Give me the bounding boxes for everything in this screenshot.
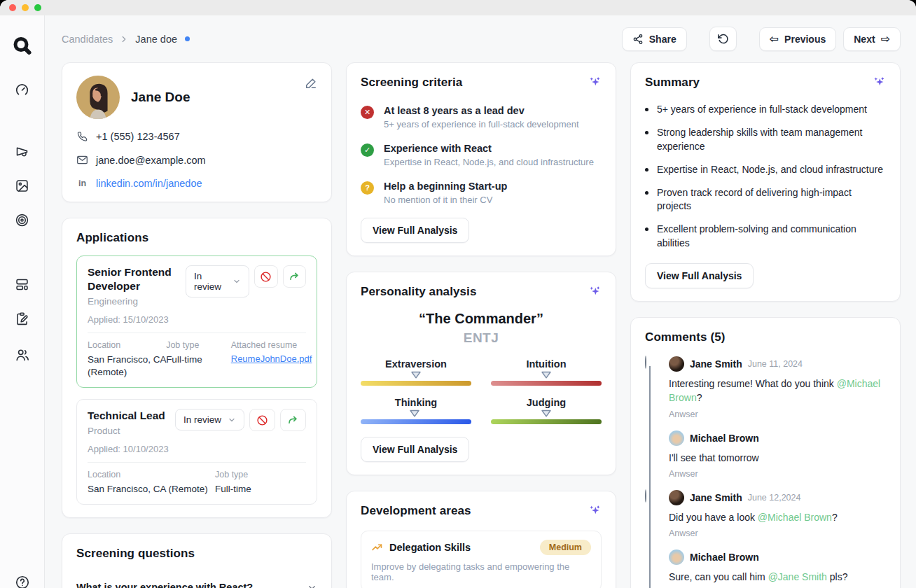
edit-pencil-icon[interactable]	[305, 77, 317, 92]
minimize-window-button[interactable]	[22, 4, 29, 11]
comment-author: Jane Smith	[690, 358, 742, 370]
comment: Jane Smith June 11, 2024 Interesting res…	[645, 356, 886, 420]
view-full-analysis-button[interactable]: View Full Analysis	[361, 218, 469, 243]
reject-button[interactable]	[249, 409, 275, 431]
trait-thinking: Thinking	[361, 397, 471, 424]
check-icon: ✓	[361, 144, 374, 157]
profile-card: Jane Doe +1 (555) 123-4567	[62, 62, 332, 202]
ban-icon	[256, 414, 268, 426]
clipboard-edit-icon[interactable]	[10, 306, 35, 331]
summary-bullet: Proven track record of delivering high-i…	[645, 186, 886, 214]
development-area-description: Improve by delegating tasks and empoweri…	[371, 561, 591, 582]
email-row: jane.doe@example.com	[76, 154, 317, 166]
app-logo-icon[interactable]	[10, 34, 35, 59]
image-icon[interactable]	[10, 173, 35, 198]
zoom-window-button[interactable]	[34, 4, 41, 11]
app-window: Candidates Jane doe Share	[0, 0, 916, 588]
ai-sparkle-icon[interactable]	[588, 76, 602, 92]
forward-arrow-icon	[289, 271, 300, 283]
personality-card: Personality analysis “The Commander” ENT…	[346, 272, 616, 475]
bullet-dot	[645, 168, 648, 172]
mention-link[interactable]: @Jane Smith	[768, 571, 827, 582]
development-area-title: Delegation Skills	[389, 542, 534, 553]
status-dropdown[interactable]: In review	[186, 265, 249, 298]
screening-criteria-card: Screening criteria ✕ At least 8 years as…	[346, 62, 616, 256]
help-icon[interactable]	[10, 570, 35, 588]
layout-panels-icon[interactable]	[10, 272, 35, 297]
ai-sparkle-icon[interactable]	[588, 285, 602, 301]
location-value: San Francisco, CA (Remote)	[88, 354, 166, 379]
megaphone-icon[interactable]	[10, 139, 35, 164]
trait-marker[interactable]	[541, 410, 552, 417]
status-dropdown[interactable]: In review	[175, 409, 244, 430]
screening-question-row[interactable]: What is your experience with React?	[76, 582, 317, 588]
mention-link[interactable]: @Michael Brown	[758, 512, 832, 523]
share-button[interactable]: Share	[622, 27, 687, 51]
linkedin-icon: in	[76, 178, 88, 188]
users-icon[interactable]	[10, 342, 35, 368]
comment-text: I'll see that tomorrow	[669, 451, 886, 465]
breadcrumb-current: Jane doe	[135, 34, 177, 45]
criterion-item: ✓ Experience with React Expertise in Rea…	[361, 143, 602, 167]
application-department: Product	[88, 426, 165, 436]
trait-marker[interactable]	[541, 371, 552, 379]
summary-bullet: Expertise in React, Node.js, and cloud i…	[645, 163, 886, 177]
view-full-analysis-button[interactable]: View Full Analysis	[361, 437, 469, 462]
share-icon	[632, 34, 644, 45]
trending-up-icon	[371, 542, 383, 554]
criterion-item: ✕ At least 8 years as a lead dev 5+ year…	[361, 105, 602, 130]
advance-button[interactable]	[280, 409, 306, 431]
resume-link[interactable]: ReumeJohnDoe.pdf	[231, 354, 312, 364]
advance-button[interactable]	[283, 265, 306, 288]
ai-sparkle-icon[interactable]	[873, 76, 886, 92]
avatar	[669, 430, 684, 446]
location-label: Location	[88, 470, 215, 479]
personality-title: Personality analysis	[361, 285, 476, 299]
criterion-title: Help a beginning Start-up	[384, 181, 507, 192]
application-department: Engineering	[88, 296, 180, 307]
linkedin-link[interactable]: linkedin.com/in/janedoe	[96, 178, 202, 189]
criterion-title: At least 8 years as a lead dev	[384, 105, 579, 116]
criterion-subtitle: 5+ years of experience in full-stack dev…	[384, 119, 579, 130]
comment-text: Did you have a look @Michael Brown?	[669, 510, 886, 524]
next-label: Next	[854, 34, 875, 45]
refresh-button[interactable]	[709, 27, 737, 51]
reject-button[interactable]	[254, 265, 277, 288]
trait-intuition: Intuition	[491, 358, 602, 386]
breadcrumb-candidates-link[interactable]: Candidates	[62, 34, 113, 45]
close-window-button[interactable]	[9, 4, 16, 11]
previous-button[interactable]: ⇦ Previous	[759, 27, 837, 51]
answer-link[interactable]: Anwser	[669, 528, 698, 538]
comment-text: Interesting resume! What do you think @M…	[669, 377, 886, 405]
trait-marker[interactable]	[411, 371, 422, 379]
comments-title: Comments (5)	[645, 330, 886, 344]
linkedin-row: in linkedin.com/in/janedoe	[76, 178, 317, 189]
avatar	[669, 356, 684, 372]
rotate-ccw-icon	[717, 33, 729, 45]
development-areas-card: Development areas	[346, 491, 616, 588]
candidate-phone: +1 (555) 123-4567	[96, 131, 180, 142]
ban-icon	[260, 271, 272, 283]
next-button[interactable]: Next ⇨	[843, 27, 901, 51]
share-label: Share	[649, 34, 676, 45]
job-type-value: Full-time	[166, 354, 231, 366]
trait-label: Intuition	[491, 358, 602, 370]
application-item: Technical Lead Product In review	[76, 399, 317, 505]
job-type-label: Job type	[215, 470, 306, 479]
avatar	[669, 490, 684, 505]
target-icon[interactable]	[10, 207, 35, 232]
phone-icon	[76, 131, 88, 142]
screening-question-text: What is your experience with React?	[76, 582, 253, 588]
mail-icon	[76, 154, 88, 166]
answer-link[interactable]: Anwser	[669, 410, 698, 419]
gauge-icon[interactable]	[10, 77, 35, 102]
answer-link[interactable]: Anwser	[669, 469, 698, 479]
ai-sparkle-icon[interactable]	[588, 504, 602, 520]
question-mark-icon: ?	[361, 181, 374, 195]
chevron-right-icon	[119, 34, 129, 44]
chevron-down-icon	[228, 416, 236, 424]
trait-marker[interactable]	[410, 410, 420, 417]
application-applied-date: Applied: 10/10/2023	[88, 444, 306, 463]
view-full-analysis-button[interactable]: View Full Analysis	[645, 263, 754, 288]
job-type-value: Full-time	[215, 483, 306, 496]
